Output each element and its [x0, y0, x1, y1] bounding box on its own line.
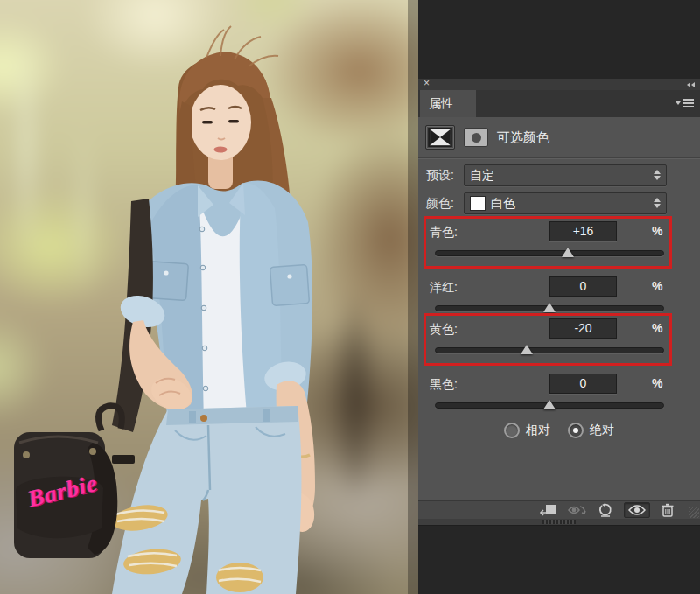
color-label: 颜色: [426, 196, 454, 212]
panel-menu-icon[interactable] [676, 99, 694, 107]
panel-resize-grip[interactable] [689, 507, 699, 518]
collapse-panel-icon[interactable] [687, 82, 695, 87]
dock-divider [418, 519, 700, 526]
magenta-label: 洋红: [430, 280, 458, 296]
photo-canvas[interactable]: Barbie [0, 0, 418, 594]
preset-select[interactable]: 自定 [464, 164, 667, 186]
tab-properties[interactable]: 属性 [420, 90, 476, 117]
dropdown-stepper-icon [654, 170, 661, 180]
color-swatch [470, 196, 486, 211]
black-label: 黑色: [430, 377, 458, 393]
cyan-label: 青色: [430, 225, 458, 241]
yellow-label: 黄色: [430, 322, 458, 338]
cyan-slider-group: 青色: +16 % [424, 216, 672, 269]
clip-to-layer-icon[interactable] [539, 503, 556, 517]
yellow-slider-thumb[interactable] [521, 345, 533, 354]
yellow-unit: % [652, 321, 662, 335]
reset-icon[interactable] [598, 503, 612, 517]
black-slider-track[interactable] [435, 402, 664, 409]
black-unit: % [652, 376, 662, 390]
panel-content: 可选颜色 预设: 自定 颜色: 白色 [418, 117, 700, 500]
magenta-slider-thumb[interactable] [543, 303, 556, 312]
selective-color-icon[interactable] [425, 125, 455, 150]
view-previous-state-icon[interactable] [568, 504, 587, 516]
cyan-slider-track[interactable] [435, 250, 664, 256]
properties-panel: × 属性 可选颜色 [418, 0, 700, 594]
layer-mask-icon[interactable] [464, 128, 488, 147]
panel-header-bar: × [418, 79, 700, 90]
black-slider-thumb[interactable] [543, 400, 556, 409]
magenta-unit: % [652, 279, 662, 293]
panel-toolbar [418, 500, 700, 519]
radio-circle-icon [568, 423, 584, 438]
toggle-visibility-icon[interactable] [624, 502, 650, 518]
delete-icon[interactable] [662, 503, 674, 517]
preset-label: 预设: [426, 168, 454, 184]
dock-drag-handle-icon[interactable] [542, 520, 576, 524]
adjustment-title: 可选颜色 [497, 129, 550, 146]
radio-absolute[interactable]: 绝对 [568, 423, 614, 438]
divider [418, 157, 700, 159]
color-select[interactable]: 白色 [464, 192, 667, 214]
cyan-value-input[interactable]: +16 [550, 221, 617, 241]
yellow-slider-group: 黄色: -20 % [424, 313, 672, 366]
panel-tab-bar: 属性 [418, 90, 700, 117]
mode-radio-row: 相对 绝对 [418, 423, 700, 438]
magenta-value-input[interactable]: 0 [550, 276, 617, 297]
yellow-slider-track[interactable] [435, 347, 664, 353]
cyan-slider-thumb[interactable] [562, 248, 574, 257]
radio-circle-icon [504, 423, 520, 438]
yellow-value-input[interactable]: -20 [550, 318, 617, 339]
black-value-input[interactable]: 0 [550, 374, 617, 394]
black-slider-group: 黑色: 0 % [424, 368, 672, 421]
radio-relative[interactable]: 相对 [504, 423, 550, 438]
dropdown-stepper-icon [654, 198, 661, 208]
close-icon[interactable]: × [424, 78, 430, 89]
magenta-slider-track[interactable] [435, 305, 664, 311]
photoshop-workspace: Barbie × 属性 可选颜色 [0, 0, 700, 594]
cyan-unit: % [652, 224, 662, 238]
